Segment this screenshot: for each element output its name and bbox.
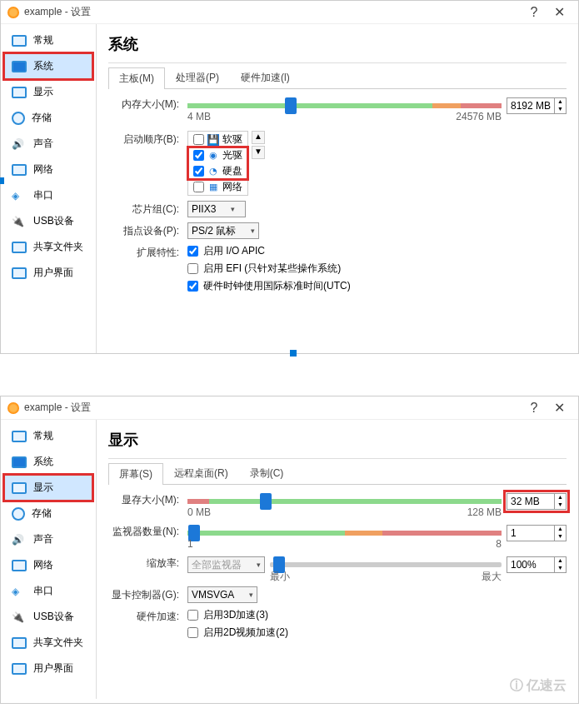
boot-move-up[interactable]: ▲ [252,131,265,144]
page-title: 显示 [108,426,567,459]
help-button[interactable]: ? [522,401,547,416]
display-icon [12,87,27,98]
pointing-select[interactable]: PS/2 鼠标 [187,222,259,239]
tab-remote[interactable]: 远程桌面(R) [163,462,239,484]
floppy-icon: 💾 [207,134,219,146]
resize-handle-left[interactable] [0,177,4,184]
memory-down[interactable]: ▼ [554,106,566,113]
nav-general[interactable]: 常规 [4,423,92,449]
close-button[interactable]: ✕ [547,4,572,20]
audio-icon [12,138,27,150]
boot-network-check[interactable] [193,182,204,192]
nav-usb[interactable]: USB设备 [4,208,92,234]
nav-audio[interactable]: 声音 [4,131,92,157]
nav-general[interactable]: 常规 [4,27,92,53]
page-title: 系统 [108,31,567,63]
nav-network[interactable]: 网络 [4,157,92,182]
boot-move-down[interactable]: ▼ [252,146,265,159]
monitors-spinbox[interactable]: ▲▼ [507,525,567,541]
monitors-up[interactable]: ▲ [554,526,566,533]
ui-icon [12,663,27,675]
scale-slider[interactable]: 最小最大 [270,555,502,575]
memory-spinbox[interactable]: ▲▼ [507,97,567,114]
tab-screen[interactable]: 屏幕(S) [108,463,163,485]
scale-spinbox[interactable]: ▲▼ [507,556,567,573]
monitors-slider[interactable]: 18 [187,523,502,543]
titlebar: example - 设置 ? ✕ [1,1,578,24]
hwaccel-label: 硬件加速: [108,608,187,624]
scale-label: 缩放率: [108,555,187,571]
help-button[interactable]: ? [522,5,547,20]
storage-icon [12,507,25,521]
accel-3d-check[interactable] [187,610,198,621]
network-icon [12,164,27,176]
tab-acceleration[interactable]: 硬件加速(l) [230,67,301,88]
memory-size-label: 内存大小(M): [108,96,187,112]
usb-icon [12,611,27,623]
boot-order-list[interactable]: 💾软驱 ◉光驱 ◔硬盘 ▦网络 [187,131,248,196]
nav-audio[interactable]: 声音 [4,526,92,552]
extended-label: 扩展特性: [108,244,187,260]
window-title: example - 设置 [24,401,522,415]
sidebar: 常规 系统 显示 存储 声音 网络 串口 USB设备 共享文件夹 用户界面 [1,24,97,353]
boot-hdd[interactable]: ◔硬盘 [188,163,247,179]
boot-floppy[interactable]: 💾软驱 [188,132,247,147]
nav-shared[interactable]: 共享文件夹 [4,234,92,260]
window-title: example - 设置 [24,5,522,19]
usb-icon [12,216,27,227]
tab-record[interactable]: 录制(C) [239,462,295,484]
resize-handle-bottom[interactable] [290,350,297,357]
nav-serial[interactable]: 串口 [4,578,92,604]
serial-icon [12,190,27,202]
boot-order-label: 启动顺序(B): [108,131,187,147]
boot-hdd-check[interactable] [193,166,204,177]
serial-icon [12,586,27,597]
vram-spinbox[interactable]: ▲▼ [507,493,567,510]
boot-optical-check[interactable] [193,150,204,161]
tab-processor[interactable]: 处理器(P) [165,67,230,88]
memory-input[interactable] [507,100,554,112]
monitors-input[interactable] [507,527,554,539]
accel-2d-check[interactable] [187,627,198,638]
scale-target-select[interactable]: 全部监视器 [187,556,265,573]
efi-check[interactable] [187,263,198,274]
nav-display[interactable]: 显示 [4,475,92,501]
nav-system[interactable]: 系统 [4,449,92,475]
memory-slider[interactable]: 4 MB24576 MB [187,96,502,116]
app-icon [7,7,19,18]
nav-system[interactable]: 系统 [4,53,92,79]
boot-optical[interactable]: ◉光驱 [188,147,247,163]
system-icon [12,456,27,468]
storage-icon [12,112,25,125]
nav-ui[interactable]: 用户界面 [4,260,92,286]
nav-serial[interactable]: 串口 [4,182,92,208]
vram-down[interactable]: ▼ [554,501,566,509]
watermark: 亿速云 [510,677,567,695]
nav-usb[interactable]: USB设备 [4,604,92,630]
nav-display[interactable]: 显示 [4,79,92,105]
tab-motherboard[interactable]: 主板(M) [108,67,165,89]
nav-network[interactable]: 网络 [4,552,92,578]
scale-up[interactable]: ▲ [554,557,566,565]
vram-input[interactable] [507,496,554,507]
hdd-icon: ◔ [207,166,219,177]
nav-storage[interactable]: 存储 [4,501,92,526]
nav-shared[interactable]: 共享文件夹 [4,630,92,656]
controller-select[interactable]: VMSVGA [187,586,257,603]
vram-slider[interactable]: 0 MB128 MB [187,491,502,511]
monitors-down[interactable]: ▼ [554,533,566,541]
boot-floppy-check[interactable] [193,134,204,145]
close-button[interactable]: ✕ [547,400,572,416]
memory-up[interactable]: ▲ [554,98,566,106]
scale-input[interactable] [507,559,554,571]
network-icon [12,560,27,571]
vram-up[interactable]: ▲ [554,494,566,501]
ioapic-check[interactable] [187,246,198,257]
nav-ui[interactable]: 用户界面 [4,656,92,681]
utc-check[interactable] [187,281,198,292]
boot-network[interactable]: ▦网络 [188,179,247,195]
chipset-select[interactable]: PIIX3 [187,201,246,217]
nav-storage[interactable]: 存储 [4,105,92,131]
scale-down[interactable]: ▼ [554,565,566,572]
vram-label: 显存大小(M): [108,491,187,507]
